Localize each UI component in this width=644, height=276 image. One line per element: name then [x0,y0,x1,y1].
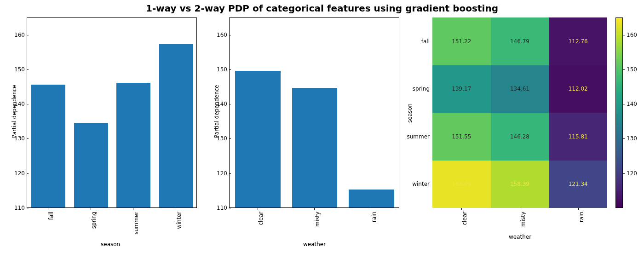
bar-misty [292,88,338,207]
heatmap-ytick-winter: winter [412,181,430,187]
colorbar-tick: 150 [627,66,637,73]
heatmap-cell: 121.34 [549,161,607,208]
ylabel-season: Partial dependence [11,85,17,138]
xtick-summer: summer [133,212,139,235]
xtick-rain: rain [371,212,377,222]
heatmap-cell: 158.39 [491,161,549,208]
heatmap-xtick-clear: clear [461,212,468,225]
xtick-fall: fall [48,212,54,220]
bar-fall [31,85,65,207]
axes-season-bar [27,17,197,208]
heatmap-cell: 151.22 [432,17,491,65]
xlabel-weather: weather [303,241,326,247]
heatmap-ytick-summer: summer [407,133,430,140]
bar-summer [116,83,150,207]
xtick-misty: misty [314,212,321,227]
heatmap-cell: 151.55 [432,113,491,161]
xtick-clear: clear [258,212,264,225]
axes-heatmap: 151.22146.79112.76139.17134.61112.02151.… [432,17,607,208]
heatmap-cell: 163.09 [432,161,491,208]
heatmap-cell: 139.17 [432,65,491,113]
bar-rain [349,190,394,207]
heatmap-xtick-misty: misty [520,212,526,227]
bar-spring [74,123,108,207]
heatmap-cell: 115.81 [549,113,607,161]
figure: 1-way vs 2-way PDP of categorical featur… [0,0,644,276]
colorbar-tick: 130 [627,135,637,142]
heatmap-cell: 112.02 [549,65,607,113]
colorbar-tick: 160 [627,32,637,38]
heatmap-ytick-fall: fall [421,38,430,45]
heatmap-ylabel: season [407,104,413,123]
xtick-winter: winter [176,212,182,229]
heatmap-xtick-rain: rain [578,212,585,222]
axes-weather-bar [229,17,399,208]
xlabel-season: season [101,241,120,247]
bar-clear [235,71,281,207]
heatmap-cell: 112.76 [549,17,607,65]
heatmap-ytick-spring: spring [413,86,430,92]
heatmap-cell: 146.79 [491,17,549,65]
heatmap-cell: 146.28 [491,113,549,161]
heatmap-cell: 134.61 [491,65,549,113]
colorbar-tick: 120 [627,170,637,177]
ylabel-weather: Partial dependence [213,85,220,138]
bar-winter [159,44,193,207]
heatmap-xlabel: weather [509,234,531,240]
xtick-spring: spring [91,212,97,229]
colorbar-tick: 140 [627,101,637,107]
figure-title: 1-way vs 2-way PDP of categorical featur… [0,3,644,14]
colorbar [615,17,623,208]
